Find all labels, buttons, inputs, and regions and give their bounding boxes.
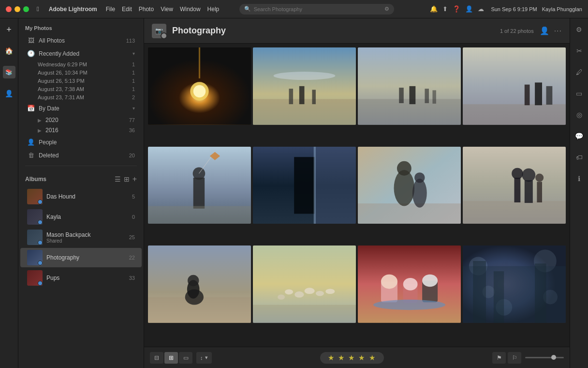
- sidebar-item-by-date[interactable]: 📅 By Date ▾: [20, 102, 142, 114]
- date-item-2[interactable]: August 26, 5:13 PM 1: [33, 77, 142, 85]
- photo-cell-3[interactable]: JPG ✓: [463, 47, 566, 125]
- more-options-icon[interactable]: ···: [554, 27, 562, 35]
- menu-photo[interactable]: Photo: [139, 6, 154, 13]
- crop-icon[interactable]: ✂: [573, 45, 586, 57]
- svg-point-34: [397, 161, 412, 175]
- menu-bar: File Edit Photo View Window Help: [106, 6, 220, 13]
- cloud-icon[interactable]: ☁: [478, 5, 484, 13]
- photo-cell-6[interactable]: JPG ✓: [358, 147, 461, 224]
- tag-icon[interactable]: 🏷: [573, 151, 586, 164]
- help-icon[interactable]: ❓: [453, 5, 460, 13]
- library-icon[interactable]: 📚: [3, 66, 15, 78]
- photo-cell-11[interactable]: JPG ✓: [463, 245, 566, 323]
- adjustments-icon[interactable]: ⚙: [573, 23, 586, 36]
- album-mason-backpack[interactable]: Mason Backpack Shared 25: [20, 228, 142, 247]
- sidebar-item-deleted[interactable]: 🗑 Deleted 20: [20, 149, 142, 161]
- photo-cell-4[interactable]: JPG ✓ 🏳 🚫: [148, 147, 251, 224]
- svg-rect-13: [410, 86, 416, 104]
- close-button[interactable]: [6, 6, 12, 12]
- svg-rect-17: [463, 104, 566, 125]
- add-icon[interactable]: +: [3, 23, 15, 36]
- photo-cell-9[interactable]: JPG ✓: [253, 245, 356, 323]
- person-add-icon[interactable]: 👤: [540, 26, 549, 35]
- reject-button[interactable]: ⚐: [508, 352, 521, 364]
- info-icon[interactable]: ℹ: [573, 172, 586, 185]
- view-single-button[interactable]: ▭: [179, 352, 192, 364]
- albums-actions: ☰ ⊞ +: [115, 175, 137, 184]
- album-kayla-badge: [38, 220, 43, 225]
- view-large-grid-button[interactable]: ⊞: [164, 352, 178, 364]
- date-item-3[interactable]: August 23, 7:38 AM 1: [33, 85, 142, 93]
- albums-list-view-icon[interactable]: ☰: [115, 175, 121, 183]
- photo-cell-10[interactable]: JPG ✓: [358, 245, 461, 323]
- fullscreen-button[interactable]: [23, 6, 29, 12]
- notification-icon[interactable]: 🔔: [430, 5, 438, 13]
- svg-rect-28: [294, 157, 315, 214]
- year-2020-chevron: ▶: [38, 118, 42, 123]
- date-item-1[interactable]: August 26, 10:34 PM 1: [33, 69, 142, 77]
- community-icon[interactable]: 👤: [465, 5, 473, 13]
- heal-icon[interactable]: 🖊: [573, 66, 586, 78]
- albums-grid-view-icon[interactable]: ⊞: [124, 175, 130, 183]
- photo-cell-5[interactable]: JPG ✓ 🏳 🚫 ☆☆☆☆☆: [253, 147, 356, 224]
- deleted-count: 20: [129, 153, 135, 158]
- svg-point-44: [535, 173, 544, 182]
- album-das-hound-badge: [38, 199, 43, 204]
- home-icon[interactable]: 🏠: [3, 45, 15, 57]
- sort-button[interactable]: ↕ ▾: [196, 352, 212, 364]
- sidebar-item-people[interactable]: 👤 People: [20, 136, 142, 148]
- albums-add-icon[interactable]: +: [132, 175, 137, 184]
- date-item-4[interactable]: August 23, 7:31 AM 2: [33, 93, 142, 101]
- svg-rect-30: [314, 147, 316, 224]
- album-das-hound[interactable]: Das Hound 5: [20, 187, 142, 206]
- menu-edit[interactable]: Edit: [122, 6, 132, 13]
- traffic-lights: [6, 6, 29, 12]
- mask-icon[interactable]: ▭: [573, 87, 586, 100]
- album-das-hound-info: Das Hound: [46, 193, 128, 200]
- album-kayla[interactable]: Kayla 0: [20, 207, 142, 227]
- svg-point-42: [522, 168, 535, 182]
- photo-visual-8: [148, 245, 251, 323]
- menu-view[interactable]: View: [161, 6, 173, 13]
- radial-icon[interactable]: ◎: [573, 108, 586, 121]
- zoom-slider[interactable]: [525, 357, 564, 358]
- photo-cell-0[interactable]: PSD ✓: [148, 47, 251, 125]
- minimize-button[interactable]: [15, 6, 20, 12]
- flag-button[interactable]: ⚑: [492, 352, 506, 364]
- svg-point-65: [373, 300, 445, 310]
- share-icon[interactable]: ⬆: [442, 5, 448, 13]
- photo-cell-8[interactable]: JPG ✓: [148, 245, 251, 323]
- recently-added-chevron: ▾: [132, 51, 135, 56]
- titlebar-right: 🔔 ⬆ ❓ 👤 ☁ Sun Sep 6 9:19 PM Kayla Phungg…: [430, 5, 582, 13]
- album-pups[interactable]: Pups 33: [20, 268, 142, 288]
- rating-bar: ★ ★ ★ ★ ★: [216, 352, 489, 364]
- icon-rail: + 🏠 📚 👤: [0, 18, 18, 368]
- albums-header: Albums ☰ ⊞ +: [18, 170, 144, 186]
- search-input[interactable]: [254, 6, 382, 12]
- svg-point-5: [274, 72, 336, 80]
- rating-stars-display[interactable]: ★ ★ ★ ★ ★: [320, 352, 384, 364]
- sidebar-item-all-photos[interactable]: 🖼 All Photos 113: [20, 34, 142, 46]
- content-meta: 1 of 22 photos: [500, 28, 534, 34]
- svg-point-53: [305, 288, 315, 294]
- year-2020-count: 77: [129, 117, 135, 123]
- date-item-0[interactable]: Wednesday 6:29 PM 1: [33, 61, 142, 68]
- album-photography[interactable]: Photography 22: [20, 248, 142, 267]
- year-item-2016[interactable]: ▶ 2016 36: [33, 125, 142, 135]
- photo-cell-1[interactable]: JPG ✓: [253, 47, 356, 125]
- view-square-grid-button[interactable]: ⊟: [150, 352, 163, 364]
- year-item-2020[interactable]: ▶ 2020 77: [33, 115, 142, 125]
- svg-point-49: [188, 275, 199, 286]
- filter-icon[interactable]: ⚙: [384, 6, 389, 12]
- svg-point-54: [316, 291, 324, 296]
- sort-chevron-icon: ▾: [205, 354, 208, 361]
- photo-cell-2[interactable]: JPG ✓: [358, 47, 461, 125]
- menu-file[interactable]: File: [106, 6, 115, 13]
- sidebar-item-recently-added[interactable]: 🕐 Recently Added ▾: [20, 47, 142, 60]
- menu-window[interactable]: Window: [180, 6, 201, 13]
- photo-cell-7[interactable]: JPG ✓: [463, 147, 566, 224]
- comment-icon[interactable]: 💬: [573, 130, 586, 142]
- people-icon[interactable]: 👤: [3, 87, 15, 100]
- menu-help[interactable]: Help: [207, 6, 220, 13]
- search-bar[interactable]: 🔍 ⚙: [239, 4, 394, 15]
